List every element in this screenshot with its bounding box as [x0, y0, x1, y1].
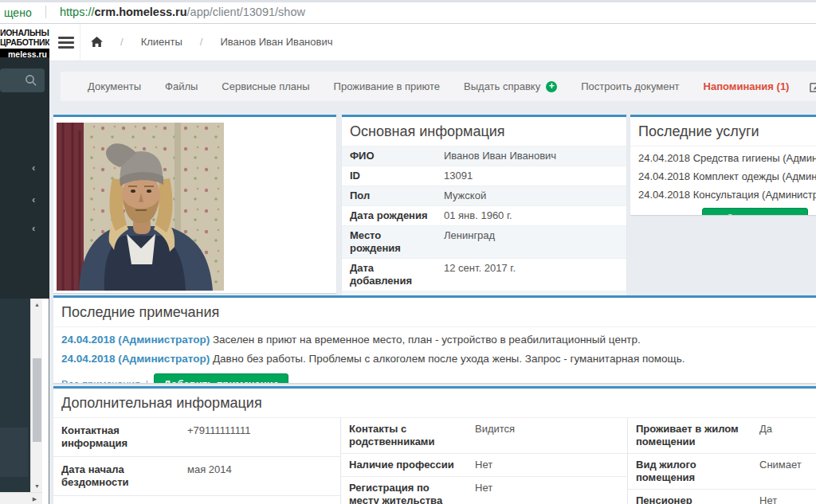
services-title: Последние услуги — [630, 117, 816, 147]
table-row: Дата добавления12 сент. 2017 г. — [342, 259, 626, 291]
note-text: Заселен в приют на временное место, план… — [213, 334, 641, 346]
tab-build-document[interactable]: Построить документ — [581, 80, 679, 92]
hamburger-menu-icon[interactable] — [58, 37, 74, 49]
client-tab-bar: Документы Файлы Сервисные планы Проживан… — [61, 72, 816, 101]
edit-button[interactable]: Редактировать — [810, 80, 816, 92]
logo-line-1: ИОНАЛЬНЫЙ — [0, 28, 49, 37]
client-photo — [57, 123, 224, 291]
table-row: Вид жилого помещенияСнимает — [628, 454, 816, 490]
service-item: 24.04.2018 Комплект одежды (Администрато… — [630, 167, 816, 186]
table-row: ПолМужской — [342, 186, 626, 206]
scroll-up-arrow[interactable]: ▲ — [31, 299, 43, 311]
url-text[interactable]: https://crm.homeless.ru/app/client/13091… — [60, 6, 305, 18]
sidebar: ‹ ‹ ‹ — [0, 57, 49, 299]
secure-label: щено — [4, 6, 32, 19]
recent-notes-panel: Последние примечания 24.04.2018 (Админис… — [53, 295, 816, 383]
url-divider — [45, 6, 46, 18]
breadcrumb-client-name: Иванов Иван Иванович — [220, 36, 332, 48]
logo-line-2: ЦРАБОТНИКА — [0, 37, 49, 47]
browser-tabstrip-edge — [0, 0, 816, 2]
note-date: 24.04.2018 (Администратор) — [61, 353, 210, 365]
tab-reminders[interactable]: Напоминания (1) — [704, 80, 790, 92]
plus-icon[interactable]: + — [546, 81, 557, 92]
service-item: 24.04.2018 Средства гигиены (Администрат… — [630, 149, 816, 167]
tab-documents[interactable]: Документы — [88, 80, 141, 92]
vertical-scrollbar-thumb[interactable] — [33, 358, 41, 442]
scroll-right-arrow[interactable]: ▶ — [29, 493, 41, 504]
frame-gap — [42, 299, 49, 504]
url-path: /app/client/13091/show — [187, 6, 305, 18]
table-row: Дата рождения01 янв. 1960 г. — [342, 206, 626, 226]
tab-service-plans[interactable]: Сервисные планы — [222, 80, 309, 92]
app-logo[interactable]: ИОНАЛЬНЫЙ ЦРАБОТНИКА meless.ru — [0, 24, 49, 61]
tab-issue-certificate[interactable]: Выдать справку + — [464, 80, 557, 92]
service-item: 24.04.2018 Консультация (Администратор) — [630, 186, 816, 204]
table-row: ГражданствоРФ — [53, 496, 340, 504]
add-note-button[interactable]: Добавить примечание — [154, 373, 288, 383]
table-row: Контакты с родственникамиВидится — [341, 418, 627, 454]
browser-address-bar[interactable]: щено https://crm.homeless.ru/app/client/… — [0, 0, 816, 24]
table-row: Проживает в жилом помещенииДа — [628, 418, 816, 454]
header-divider — [80, 24, 80, 61]
app-header: / Клиенты / Иванов Иван Иванович — [49, 24, 816, 61]
all-notes-link[interactable]: Все примечания — [61, 378, 140, 383]
client-photo-panel — [53, 115, 336, 293]
note-text: Давно без работы. Проблемы с алкоголем п… — [213, 353, 685, 365]
additional-info-column-2: Контакты с родственникамиВидится Наличие… — [340, 418, 627, 504]
vertical-scrollbar[interactable]: ▲ ▼ — [30, 299, 42, 492]
add-service-button[interactable]: Добавить услугу — [702, 208, 808, 215]
chevron-left-icon[interactable]: ‹ — [32, 193, 43, 205]
table-row: Контактная информация+79111111111 — [53, 418, 340, 457]
url-scheme: https:// — [60, 6, 95, 18]
main-content: Документы Файлы Сервисные планы Проживан… — [49, 61, 816, 504]
sidebar-search-input[interactable] — [0, 68, 45, 92]
horizontal-scrollbar[interactable]: ▶ — [0, 492, 42, 504]
tab-files[interactable]: Файлы — [165, 80, 198, 92]
home-icon[interactable] — [91, 37, 103, 48]
sidebar-lower-panel — [0, 428, 28, 477]
breadcrumb-clients[interactable]: Клиенты — [141, 36, 182, 48]
notes-title: Последние примечания — [53, 298, 816, 327]
main-info-panel: Основная информация ФИОИванов Иван Ивано… — [342, 115, 626, 291]
search-icon — [25, 74, 37, 87]
tab-shelter-stay[interactable]: Проживание в приюте — [334, 80, 440, 92]
additional-info-panel: Дополнительная информация Контактная инф… — [53, 386, 816, 504]
additional-info-title: Дополнительная информация — [53, 389, 816, 418]
url-host: crm.homeless.ru — [95, 6, 187, 18]
table-row: Место рожденияЛенинград — [342, 226, 626, 259]
edit-pencil-icon — [810, 80, 816, 92]
table-row: Регистрация по месту жительстваНет — [341, 477, 627, 504]
table-row: Наличие профессииНет — [341, 454, 627, 477]
main-info-title: Основная информация — [342, 117, 626, 147]
all-services-link[interactable]: Все услуги — [638, 213, 690, 215]
table-row: Дата начала бездомностимая 2014 — [53, 457, 340, 496]
table-row: ФИОИванов Иван Иванович — [342, 147, 626, 166]
breadcrumb: / Клиенты / Иванов Иван Иванович — [91, 36, 332, 48]
recent-services-panel: Последние услуги 24.04.2018 Средства гиг… — [630, 115, 816, 215]
note-date: 24.04.2018 (Администратор) — [61, 334, 210, 346]
chevron-left-icon[interactable]: ‹ — [32, 162, 43, 174]
additional-info-column-3: Проживает в жилом помещенииДа Вид жилого… — [627, 418, 816, 504]
table-row: ID13091 — [342, 166, 626, 186]
chevron-left-icon[interactable]: ‹ — [32, 222, 43, 234]
sidebar-lower — [0, 299, 30, 504]
scroll-down-arrow[interactable]: ▼ — [31, 480, 43, 492]
table-row: ПенсионерНет — [628, 490, 816, 504]
note-item: 24.04.2018 (Администратор) Заселен в при… — [53, 330, 816, 350]
additional-info-column-1: Контактная информация+79111111111 Дата н… — [53, 418, 340, 504]
note-item: 24.04.2018 (Администратор) Давно без раб… — [53, 350, 816, 369]
